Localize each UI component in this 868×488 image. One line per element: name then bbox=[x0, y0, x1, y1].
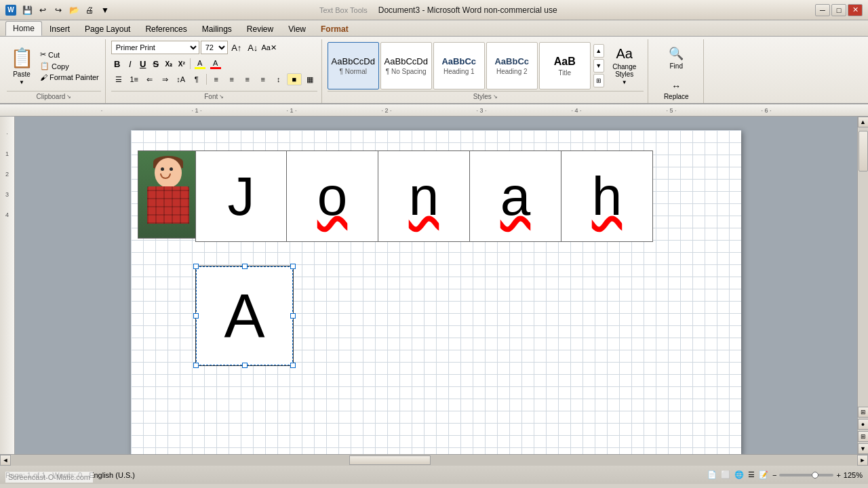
tab-home[interactable]: Home bbox=[5, 21, 42, 36]
save-quick-btn[interactable]: 💾 bbox=[20, 4, 34, 16]
bullets-button[interactable]: ☰ bbox=[111, 73, 126, 85]
scroll-thumb[interactable] bbox=[859, 131, 868, 171]
handle-top-right[interactable] bbox=[290, 264, 296, 269]
redo-quick-btn[interactable]: ↪ bbox=[52, 4, 65, 16]
bold-button[interactable]: B bbox=[111, 58, 123, 70]
app-icon: W bbox=[5, 5, 16, 16]
indent-left-button[interactable]: ⇐ bbox=[142, 73, 157, 85]
styles-scroll-up[interactable]: ▲ bbox=[593, 44, 604, 58]
styles-scroll-down[interactable]: ▼ bbox=[593, 59, 604, 73]
style-normal-button[interactable]: AaBbCcDd ¶ Normal bbox=[328, 42, 379, 89]
tab-page-layout[interactable]: Page Layout bbox=[77, 22, 138, 36]
underline-button[interactable]: U bbox=[137, 58, 149, 70]
numbering-button[interactable]: 1≡ bbox=[127, 73, 142, 85]
child-head bbox=[155, 158, 182, 188]
font-label[interactable]: Font↘ bbox=[111, 91, 317, 102]
show-formatting-button[interactable]: ¶ bbox=[189, 73, 204, 85]
cut-button[interactable]: ✂Cut bbox=[38, 49, 101, 60]
align-left-button[interactable]: ≡ bbox=[209, 73, 224, 85]
style-heading1-button[interactable]: AaBbCc Heading 1 bbox=[433, 42, 485, 89]
view-fullscreen-button[interactable]: ⬜ bbox=[721, 470, 730, 479]
border-button[interactable]: ▦ bbox=[302, 73, 317, 85]
view-print-button[interactable]: 📄 bbox=[707, 470, 717, 479]
more-quick-btn[interactable]: ▼ bbox=[98, 4, 112, 16]
change-styles-button[interactable]: Aa ChangeStyles ▼ bbox=[606, 42, 644, 89]
scroll-up-button[interactable]: ▲ bbox=[858, 117, 869, 127]
handle-middle-left[interactable] bbox=[193, 313, 199, 319]
scroll-page-up-button[interactable]: ⊞ bbox=[858, 407, 869, 418]
tab-mailings[interactable]: Mailings bbox=[195, 22, 239, 36]
style-title-button[interactable]: AaB Title bbox=[539, 42, 591, 89]
replace-button[interactable]: ↔ Replace bbox=[661, 75, 691, 106]
zoom-out-button[interactable]: − bbox=[772, 471, 776, 479]
font-family-select[interactable]: Primer Print bbox=[111, 41, 199, 54]
styles-scroll-more[interactable]: ⊞ bbox=[593, 74, 604, 87]
grow-font-button[interactable]: A↑ bbox=[229, 41, 244, 54]
shrink-font-button[interactable]: A↓ bbox=[245, 41, 260, 54]
paste-button[interactable]: 📋 Paste ▼ bbox=[7, 47, 37, 85]
zoom-slider[interactable] bbox=[779, 474, 833, 476]
align-center-button[interactable]: ≡ bbox=[224, 73, 239, 85]
text-highlight-button[interactable]: A bbox=[193, 58, 208, 70]
tab-insert[interactable]: Insert bbox=[42, 22, 77, 36]
scroll-track[interactable] bbox=[858, 127, 868, 405]
handle-bottom-left[interactable] bbox=[193, 363, 199, 368]
tab-view[interactable]: View bbox=[281, 22, 313, 36]
format-painter-button[interactable]: 🖌Format Painter bbox=[38, 73, 101, 82]
handle-middle-right[interactable] bbox=[290, 313, 296, 319]
line-spacing-button[interactable]: ↕ bbox=[271, 73, 286, 85]
textbox-a[interactable]: A bbox=[195, 266, 294, 366]
style-heading2-button[interactable]: AaBbCc Heading 2 bbox=[486, 42, 538, 89]
scroll-right-button[interactable]: ► bbox=[857, 455, 868, 466]
vertical-scrollbar[interactable]: ▲ ⊞ ● ⊞ ▼ bbox=[857, 117, 868, 454]
view-web-button[interactable]: 🌐 bbox=[734, 470, 744, 479]
scroll-page-down-button[interactable]: ⊞ bbox=[858, 431, 869, 442]
photo-placeholder bbox=[138, 151, 197, 238]
scroll-select-browse-button[interactable]: ● bbox=[858, 419, 869, 430]
indent-right-button[interactable]: ⇒ bbox=[158, 73, 173, 85]
shading-button[interactable]: ■ bbox=[287, 73, 302, 85]
letter-A-display: A bbox=[224, 281, 264, 351]
justify-button[interactable]: ≡ bbox=[256, 73, 271, 85]
zoom-in-button[interactable]: + bbox=[836, 471, 840, 479]
styles-label[interactable]: Styles↘ bbox=[328, 91, 644, 102]
print-quick-btn[interactable]: 🖨 bbox=[83, 4, 96, 16]
scroll-down-button[interactable]: ▼ bbox=[858, 443, 869, 454]
close-button[interactable]: ✕ bbox=[848, 4, 863, 16]
style-no-spacing-button[interactable]: AaBbCcDd ¶ No Spacing bbox=[380, 42, 432, 89]
sort-button[interactable]: ↕A bbox=[174, 73, 189, 85]
superscript-button[interactable]: X² bbox=[176, 58, 188, 70]
handle-top-middle[interactable] bbox=[242, 264, 248, 269]
font-size-select[interactable]: 72 bbox=[201, 41, 228, 54]
view-outline-button[interactable]: ☰ bbox=[748, 470, 755, 479]
open-quick-btn[interactable]: 📂 bbox=[67, 4, 81, 16]
subscript-button[interactable]: X₂ bbox=[163, 58, 175, 70]
align-right-button[interactable]: ≡ bbox=[240, 73, 255, 85]
handle-bottom-middle[interactable] bbox=[242, 363, 248, 368]
document-page[interactable]: J o n a h A bbox=[131, 130, 741, 454]
copy-button[interactable]: 📋Copy bbox=[38, 61, 101, 71]
tab-format[interactable]: Format bbox=[313, 22, 356, 36]
tab-references[interactable]: References bbox=[138, 22, 194, 36]
scroll-left-button[interactable]: ◄ bbox=[0, 455, 11, 466]
undo-quick-btn[interactable]: ↩ bbox=[36, 4, 50, 16]
clipboard-group-content: 📋 Paste ▼ ✂Cut 📋Copy 🖌Format Painter bbox=[7, 41, 101, 91]
zoom-thumb[interactable] bbox=[812, 472, 818, 479]
view-draft-button[interactable]: 📝 bbox=[759, 470, 768, 479]
font-selectors: Primer Print 72 A↑ A↓ Aa✕ bbox=[111, 41, 277, 54]
minimize-button[interactable]: ─ bbox=[815, 4, 830, 16]
maximize-button[interactable]: □ bbox=[831, 4, 846, 16]
tab-review[interactable]: Review bbox=[239, 22, 281, 36]
h-scroll-thumb[interactable] bbox=[349, 455, 431, 465]
find-button[interactable]: 🔍 Find bbox=[661, 42, 691, 73]
clear-format-button[interactable]: Aa✕ bbox=[262, 41, 277, 54]
horizontal-scrollbar[interactable]: ◄ ► bbox=[0, 454, 868, 465]
h-scroll-track[interactable] bbox=[11, 455, 857, 466]
handle-bottom-right[interactable] bbox=[290, 363, 296, 368]
font-color-button[interactable]: A bbox=[208, 58, 223, 70]
font-separator bbox=[190, 58, 191, 69]
strikethrough-button[interactable]: S bbox=[150, 58, 162, 70]
clipboard-label[interactable]: Clipboard↘ bbox=[7, 91, 101, 102]
handle-top-left[interactable] bbox=[193, 264, 199, 269]
italic-button[interactable]: I bbox=[124, 58, 136, 70]
